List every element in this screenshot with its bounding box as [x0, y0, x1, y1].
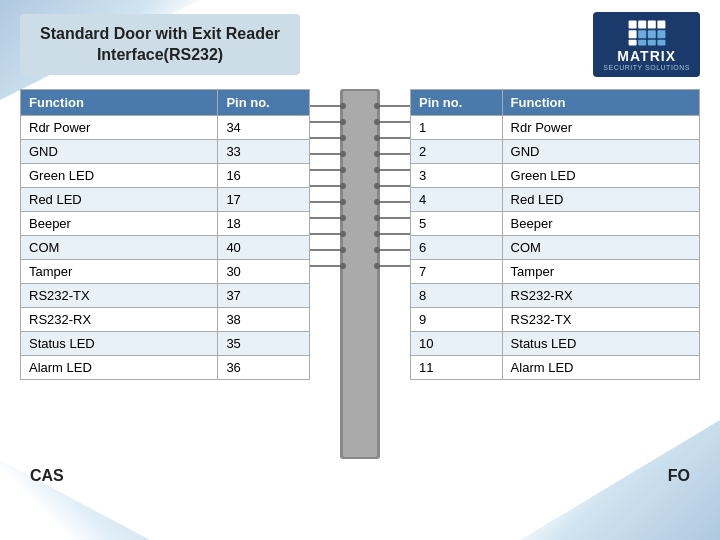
svg-point-54 — [374, 215, 380, 221]
right-function-cell: Alarm LED — [502, 356, 699, 380]
right-pin-cell: 7 — [411, 260, 503, 284]
right-pin-cell: 8 — [411, 284, 503, 308]
table-row: Rdr Power34 — [21, 116, 310, 140]
right-function-cell: Rdr Power — [502, 116, 699, 140]
table-row: 5Beeper — [411, 212, 700, 236]
matrix-logo-icon — [627, 18, 667, 48]
svg-point-47 — [374, 103, 380, 109]
table-row: 6COM — [411, 236, 700, 260]
logo-brand: MATRIX — [617, 48, 676, 64]
footer-left-label: CAS — [30, 467, 64, 485]
svg-rect-11 — [657, 40, 665, 46]
table-row: Green LED16 — [21, 164, 310, 188]
table-row: 8RS232-RX — [411, 284, 700, 308]
svg-point-56 — [374, 247, 380, 253]
table-row: GND33 — [21, 140, 310, 164]
right-pin-cell: 2 — [411, 140, 503, 164]
left-header-function: Function — [21, 90, 218, 116]
right-function-cell: Green LED — [502, 164, 699, 188]
svg-rect-6 — [647, 30, 655, 38]
table-row: Red LED17 — [21, 188, 310, 212]
svg-point-55 — [374, 231, 380, 237]
svg-rect-0 — [628, 21, 636, 29]
left-function-cell: GND — [21, 140, 218, 164]
svg-point-44 — [340, 231, 346, 237]
right-function-cell: Status LED — [502, 332, 699, 356]
table-row: 11Alarm LED — [411, 356, 700, 380]
right-pin-cell: 10 — [411, 332, 503, 356]
left-header-pin: Pin no. — [218, 90, 310, 116]
left-pin-cell: 35 — [218, 332, 310, 356]
left-function-cell: Alarm LED — [21, 356, 218, 380]
left-function-cell: RS232-RX — [21, 308, 218, 332]
svg-point-41 — [340, 183, 346, 189]
right-function-cell: COM — [502, 236, 699, 260]
svg-rect-9 — [638, 40, 646, 46]
tables-container: Function Pin no. Rdr Power34GND33Green L… — [20, 89, 700, 459]
table-row: 4Red LED — [411, 188, 700, 212]
logo: MATRIX SECURITY SOLUTIONS — [593, 12, 700, 77]
svg-rect-2 — [647, 21, 655, 29]
svg-point-40 — [340, 167, 346, 173]
right-function-cell: Tamper — [502, 260, 699, 284]
svg-point-38 — [340, 135, 346, 141]
left-pin-cell: 17 — [218, 188, 310, 212]
right-pin-cell: 4 — [411, 188, 503, 212]
right-pin-cell: 11 — [411, 356, 503, 380]
left-pin-cell: 40 — [218, 236, 310, 260]
svg-rect-1 — [638, 21, 646, 29]
table-row: 1Rdr Power — [411, 116, 700, 140]
table-row: Alarm LED36 — [21, 356, 310, 380]
logo-subtitle: SECURITY SOLUTIONS — [603, 64, 690, 71]
table-row: Beeper18 — [21, 212, 310, 236]
right-header-function: Function — [502, 90, 699, 116]
left-function-cell: Tamper — [21, 260, 218, 284]
footer-right-label: FO — [668, 467, 690, 485]
table-row: 9RS232-TX — [411, 308, 700, 332]
svg-point-45 — [340, 247, 346, 253]
right-header-pin: Pin no. — [411, 90, 503, 116]
right-pin-cell: 5 — [411, 212, 503, 236]
table-row: 2GND — [411, 140, 700, 164]
right-table: Pin no. Function 1Rdr Power2GND3Green LE… — [410, 89, 700, 380]
right-pin-cell: 9 — [411, 308, 503, 332]
svg-rect-7 — [657, 30, 665, 38]
svg-rect-5 — [638, 30, 646, 38]
right-function-cell: Beeper — [502, 212, 699, 236]
left-pin-cell: 30 — [218, 260, 310, 284]
left-table: Function Pin no. Rdr Power34GND33Green L… — [20, 89, 310, 380]
svg-rect-8 — [628, 40, 636, 46]
svg-point-53 — [374, 199, 380, 205]
svg-point-39 — [340, 151, 346, 157]
left-pin-cell: 34 — [218, 116, 310, 140]
left-pin-cell: 18 — [218, 212, 310, 236]
table-row: 3Green LED — [411, 164, 700, 188]
left-pin-cell: 36 — [218, 356, 310, 380]
right-function-cell: Red LED — [502, 188, 699, 212]
right-pin-cell: 3 — [411, 164, 503, 188]
table-row: 7Tamper — [411, 260, 700, 284]
left-pin-cell: 37 — [218, 284, 310, 308]
svg-point-42 — [340, 199, 346, 205]
svg-point-37 — [340, 119, 346, 125]
left-pin-cell: 16 — [218, 164, 310, 188]
svg-rect-4 — [628, 30, 636, 38]
right-pin-cell: 1 — [411, 116, 503, 140]
svg-point-48 — [374, 119, 380, 125]
right-pin-cell: 6 — [411, 236, 503, 260]
table-row: COM40 — [21, 236, 310, 260]
left-function-cell: COM — [21, 236, 218, 260]
left-function-cell: RS232-TX — [21, 284, 218, 308]
footer: CAS FO — [20, 467, 700, 485]
svg-point-49 — [374, 135, 380, 141]
svg-point-52 — [374, 183, 380, 189]
left-function-cell: Green LED — [21, 164, 218, 188]
left-pin-cell: 33 — [218, 140, 310, 164]
table-row: Status LED35 — [21, 332, 310, 356]
connector-area — [310, 89, 410, 459]
right-function-cell: RS232-RX — [502, 284, 699, 308]
right-function-cell: RS232-TX — [502, 308, 699, 332]
svg-rect-13 — [343, 91, 377, 457]
svg-rect-10 — [647, 40, 655, 46]
left-function-cell: Rdr Power — [21, 116, 218, 140]
